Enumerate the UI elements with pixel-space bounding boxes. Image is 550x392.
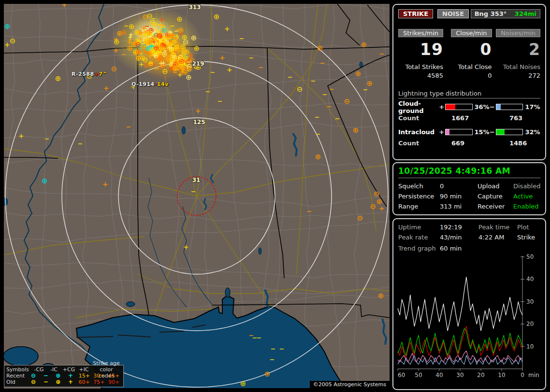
svg-text:50: 50 xyxy=(526,253,534,260)
session-panel: Uptime 192:19 Peak time Plot Peak rate 4… xyxy=(392,218,546,390)
ic-negative-bar xyxy=(496,129,523,135)
persistence-value: 90 min xyxy=(440,193,478,200)
ic-pos-count: 669 xyxy=(451,140,509,147)
bearing-value: Bng 353° xyxy=(475,10,507,17)
svg-text:125: 125 xyxy=(193,119,205,126)
cg-negative-bar xyxy=(496,104,523,110)
total-close-label: Total Close xyxy=(447,63,492,70)
stats-panel: STRIKE NOISE Bng 353° 324mi Strikes/min … xyxy=(392,4,546,160)
lightning-map[interactable]: 31321912531 R-2588+7^Q-1914-14v Symbols … xyxy=(4,4,390,389)
map-canvas: 31321912531 xyxy=(4,4,390,389)
svg-text:50: 50 xyxy=(415,372,422,378)
close-rate: 0 xyxy=(447,41,492,58)
copyright-label: ©2005 Astrogenic Systems xyxy=(310,381,390,389)
legend-header: Symbols xyxy=(6,366,31,373)
noises-per-min-header: Noises/min xyxy=(496,29,540,37)
pos-ic-old-icon: + xyxy=(64,379,77,385)
distribution-title: Lightning type distribution xyxy=(398,90,540,98)
distance-value: 324mi xyxy=(515,10,536,17)
plot-type-value: Strike xyxy=(517,234,540,241)
svg-text:10: 10 xyxy=(526,343,534,350)
capture-status: Active xyxy=(513,193,540,200)
svg-text:20: 20 xyxy=(477,372,484,378)
svg-text:313: 313 xyxy=(188,4,201,11)
close-per-min-header: Close/min xyxy=(451,29,492,37)
total-noises-label: Total Noises xyxy=(496,63,540,70)
svg-text:60: 60 xyxy=(398,372,405,378)
svg-text:min: min xyxy=(528,372,539,378)
svg-text:31: 31 xyxy=(192,177,201,183)
cg-pos-count: 1667 xyxy=(451,114,509,122)
svg-text:30: 30 xyxy=(456,372,463,378)
svg-text:40: 40 xyxy=(435,372,443,378)
strikes-per-min-header: Strikes/min xyxy=(398,29,443,37)
strikes-rate: 19 xyxy=(398,41,443,58)
nexstorm-window: 31321912531 R-2588+7^Q-1914-14v Symbols … xyxy=(0,0,550,392)
svg-text:219: 219 xyxy=(192,60,204,67)
svg-text:40: 40 xyxy=(526,276,534,282)
lightning-distribution: Lightning type distribution Cloud-ground… xyxy=(393,90,545,147)
map-legend: Symbols -CG -IC +CG +IC Strike age color… xyxy=(4,365,124,387)
pos-cg-old-icon: ⊕ xyxy=(52,379,65,385)
storm-cell-label: Q-1914-14v xyxy=(131,81,169,87)
cg-positive-bar xyxy=(445,104,472,110)
bearing-distance-display: Bng 353° 324mi xyxy=(471,9,540,18)
trend-graph-label: Trend graph xyxy=(398,245,440,252)
noises-column: Noises/min 2 Total Noises 272 xyxy=(496,29,540,79)
range-value: 313 mi xyxy=(440,203,478,210)
svg-text:10: 10 xyxy=(498,372,505,378)
cg-neg-count: 763 xyxy=(509,114,522,122)
neg-cg-old-icon: ⊖ xyxy=(27,379,40,385)
total-noises-value: 272 xyxy=(496,72,540,79)
total-strikes-label: Total Strikes xyxy=(398,63,443,70)
trend-window-value: 60 min xyxy=(440,245,540,252)
upload-status: Disabled xyxy=(513,182,540,190)
peak-rate-value: 43/min xyxy=(440,234,478,241)
status-panel: 10/25/2025 4:49:16 AM Squelch 0 Upload D… xyxy=(392,162,546,215)
squelch-value: 0 xyxy=(440,182,478,190)
svg-text:20: 20 xyxy=(526,321,534,327)
total-close-value: 0 xyxy=(447,72,492,79)
plot-label: Plot xyxy=(517,224,540,231)
datetime-display: 10/25/2025 4:49:16 AM xyxy=(398,163,540,178)
strikes-column: Strikes/min 19 Total Strikes 4585 xyxy=(398,29,443,79)
neg-ic-old-icon: − xyxy=(40,379,52,385)
total-strikes-value: 4585 xyxy=(398,72,443,79)
close-column: Close/min 0 Total Close 0 xyxy=(447,29,492,79)
noises-rate: 2 xyxy=(496,41,540,58)
ic-neg-count: 1486 xyxy=(509,140,527,147)
sidebar: STRIKE NOISE Bng 353° 324mi Strikes/min … xyxy=(392,2,548,390)
receiver-status: Enabled xyxy=(513,203,540,210)
svg-text:0: 0 xyxy=(521,372,524,378)
svg-text:30: 30 xyxy=(526,298,534,305)
strike-toggle-button[interactable]: STRIKE xyxy=(398,9,433,18)
uptime-value: 192:19 xyxy=(440,224,478,231)
peak-time-value: 4:22 AM xyxy=(478,234,517,241)
noise-toggle-button[interactable]: NOISE xyxy=(437,9,469,18)
storm-cell-label: R-2588+7^ xyxy=(72,71,107,77)
ic-positive-bar xyxy=(445,129,472,135)
trend-chart: 50403020106050403020100min xyxy=(397,253,542,378)
